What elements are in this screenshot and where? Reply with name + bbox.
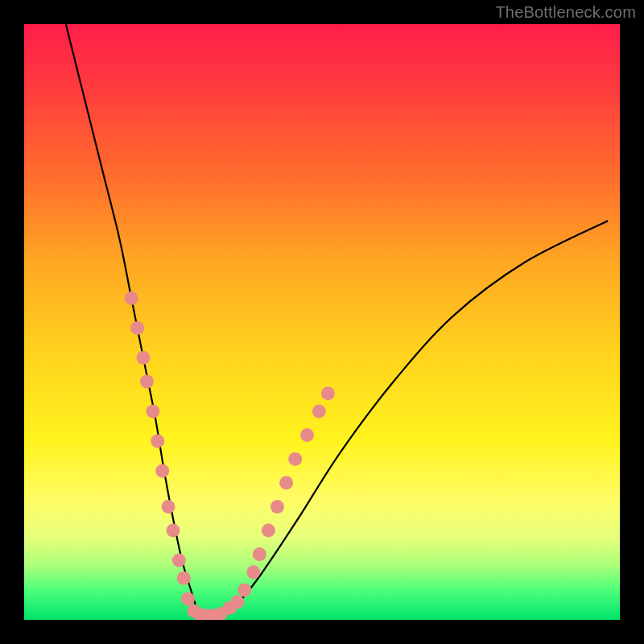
outer-frame: TheBottleneck.com xyxy=(0,0,644,644)
bottleneck-curve xyxy=(66,24,608,617)
highlight-dot xyxy=(146,405,159,419)
highlight-dot xyxy=(321,386,335,400)
highlight-dot xyxy=(155,464,169,478)
highlight-dot xyxy=(177,572,191,585)
curve-layer xyxy=(24,24,620,620)
highlight-dot xyxy=(162,500,175,514)
highlight-dot xyxy=(253,547,266,561)
highlight-dot xyxy=(151,435,164,448)
highlight-dots xyxy=(125,291,335,620)
highlight-dot xyxy=(270,500,284,514)
highlight-dot xyxy=(288,452,302,466)
highlight-dot xyxy=(230,595,244,609)
highlight-dot xyxy=(312,405,326,419)
highlight-dot xyxy=(125,291,138,305)
watermark-text: TheBottleneck.com xyxy=(495,3,636,22)
highlight-dot xyxy=(137,351,151,365)
highlight-dot xyxy=(130,321,144,335)
highlight-dot xyxy=(279,476,293,489)
highlight-dot xyxy=(172,554,186,568)
highlight-dot xyxy=(140,375,154,389)
highlight-dot xyxy=(300,428,314,442)
highlight-dot xyxy=(167,524,180,538)
highlight-dot xyxy=(181,592,195,606)
highlight-dot xyxy=(237,584,251,597)
highlight-dot xyxy=(246,565,260,579)
plot-area xyxy=(24,24,620,620)
highlight-dot xyxy=(262,524,275,538)
